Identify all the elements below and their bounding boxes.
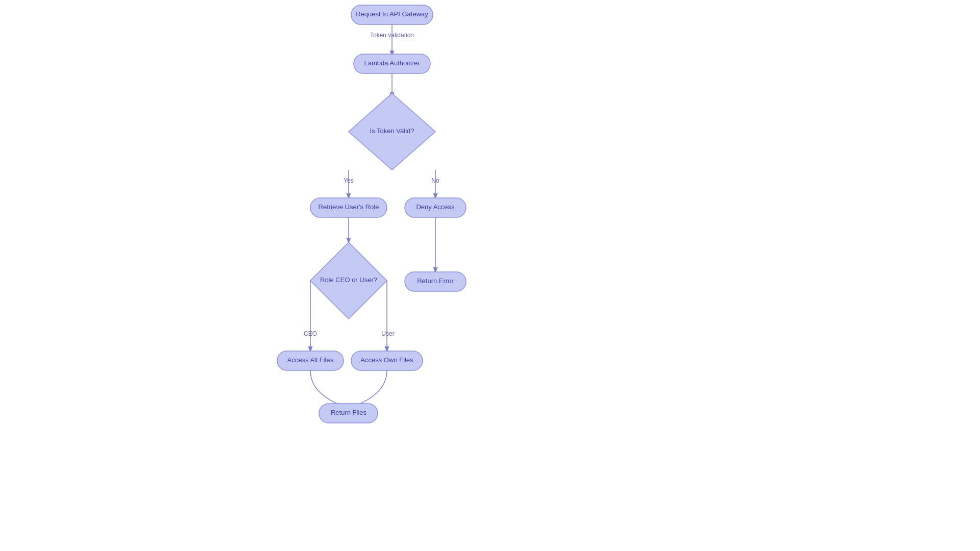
token-validation-label: Token validation <box>370 32 414 39</box>
role-decision-label: Role CEO or User? <box>320 276 377 284</box>
no-label: No <box>431 177 439 184</box>
yes-label: Yes <box>344 177 354 184</box>
deny-access-label: Deny Access <box>416 203 455 211</box>
ceo-label: CEO <box>304 330 317 337</box>
lambda-authorizer-label: Lambda Authorizer <box>364 59 420 67</box>
access-all-files-label: Access All Files <box>287 356 334 364</box>
diagram-container: Request to API Gateway Token validation … <box>0 0 980 551</box>
is-token-valid-label: Is Token Valid? <box>370 127 414 135</box>
retrieve-role-label: Retrieve User's Role <box>318 203 379 211</box>
user-label: User <box>381 330 394 337</box>
api-gateway-label: Request to API Gateway <box>356 10 428 18</box>
return-error-label: Return Error <box>417 277 454 285</box>
access-own-files-label: Access Own Files <box>360 356 413 364</box>
return-files-label: Return Files <box>331 409 367 416</box>
